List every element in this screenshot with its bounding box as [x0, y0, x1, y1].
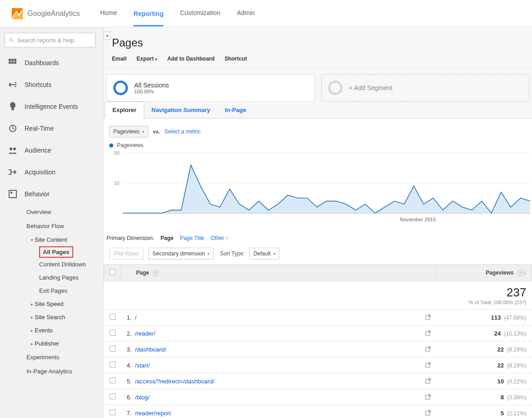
svg-rect-3: [9, 59, 11, 61]
th-checkbox[interactable]: [104, 265, 122, 281]
behavior-experiments[interactable]: Experiments: [26, 350, 99, 364]
segment-title: All Sessions: [134, 82, 169, 89]
audience-icon: [8, 145, 17, 155]
open-external-icon[interactable]: [425, 330, 431, 336]
sidebar-item-dashboards[interactable]: Dashboards: [5, 52, 99, 74]
behavior-publisher[interactable]: ▸Publisher: [31, 337, 99, 350]
table-row[interactable]: 1. /113 (47.68%): [104, 310, 532, 326]
row-checkbox[interactable]: [110, 362, 116, 367]
table-row[interactable]: 5. /access/?redirect=/dashboard/10 (4.22…: [104, 373, 532, 389]
nav-reporting[interactable]: Reporting: [133, 7, 163, 26]
behavior-icon: [8, 189, 17, 199]
page-path-link[interactable]: /access/?redirect=/dashboard/: [135, 378, 215, 385]
th-page[interactable]: Page ?: [122, 265, 436, 281]
open-external-icon[interactable]: [425, 346, 431, 352]
sort-type-select[interactable]: Default▾: [249, 248, 279, 260]
sc-exit[interactable]: Exit Pages: [39, 284, 99, 297]
table-row[interactable]: 7. /reader/report5 (2.11%): [104, 405, 532, 418]
logo[interactable]: Google Analytics: [0, 7, 100, 20]
action-add-dashboard[interactable]: Add to Dashboard: [167, 56, 214, 62]
row-checkbox[interactable]: [110, 393, 116, 399]
behavior-events[interactable]: ▸Events: [31, 324, 99, 337]
plot-rows-button[interactable]: Plot Rows: [109, 248, 144, 260]
open-external-icon[interactable]: [425, 362, 431, 368]
sidebar-item-intelligence[interactable]: Intelligence Events: [5, 96, 99, 117]
table-row[interactable]: 4. /start/22 (9.28%): [104, 357, 532, 373]
action-export[interactable]: Export ▾: [137, 56, 157, 62]
dimension-other[interactable]: Other▾: [211, 235, 228, 241]
sc-landing[interactable]: Landing Pages: [39, 271, 99, 284]
sidebar-item-label: Intelligence Events: [25, 103, 78, 110]
sc-drilldown[interactable]: Content Drilldown: [39, 258, 99, 271]
table-row[interactable]: 3. /dashboard/22 (9.28%): [104, 342, 532, 357]
svg-point-18: [13, 148, 16, 150]
help-icon[interactable]: ?: [152, 270, 159, 276]
sidebar-item-label: Behavior: [25, 190, 50, 198]
page-title: Pages: [112, 36, 524, 49]
row-pageviews: 10: [497, 378, 504, 385]
nav-customization[interactable]: Customization: [180, 9, 220, 18]
tab-explorer[interactable]: Explorer: [105, 102, 144, 118]
behavior-site-speed[interactable]: ▸Site Speed: [31, 297, 99, 311]
collapse-sidebar-button[interactable]: ◂: [103, 31, 111, 40]
search-input[interactable]: [17, 37, 91, 44]
open-external-icon[interactable]: [425, 394, 431, 400]
nav-admin[interactable]: Admin: [237, 9, 255, 18]
secondary-dimension[interactable]: Secondary dimension▾: [148, 248, 213, 260]
behavior-inpage[interactable]: In-Page Analytics: [26, 364, 99, 378]
page-path-link[interactable]: /reader/: [135, 330, 156, 337]
segment-all-sessions[interactable]: All Sessions 100.00%: [106, 74, 315, 102]
row-rank: 4.: [127, 362, 132, 369]
row-checkbox[interactable]: [110, 409, 116, 415]
behavior-site-search[interactable]: ▸Site Search: [31, 311, 99, 324]
tab-nav-summary[interactable]: Navigation Summary: [144, 102, 218, 118]
sidebar-item-behavior[interactable]: Behavior: [0, 183, 99, 205]
tab-in-page[interactable]: In-Page: [218, 102, 253, 118]
row-rank: 2.: [127, 330, 132, 337]
svg-rect-20: [9, 190, 16, 198]
open-external-icon[interactable]: [425, 378, 431, 384]
table-row[interactable]: 6. /blog/8 (3.38%): [104, 389, 532, 405]
row-rank: 3.: [127, 346, 132, 353]
page-path-link[interactable]: /: [135, 314, 137, 321]
search-box[interactable]: [5, 33, 96, 47]
dimension-page[interactable]: Page: [161, 235, 174, 241]
svg-line-37: [428, 378, 431, 381]
row-pageviews: 5: [501, 410, 504, 417]
th-pageviews[interactable]: Pageviews ? ↓: [436, 265, 532, 281]
action-email[interactable]: Email: [112, 56, 127, 62]
sidebar-item-acquisition[interactable]: Acquisition: [5, 161, 99, 183]
segment-add[interactable]: + Add Segment: [321, 74, 530, 102]
row-checkbox[interactable]: [110, 377, 116, 383]
select-metric-link[interactable]: Select a metric: [164, 128, 200, 135]
page-path-link[interactable]: /start/: [135, 362, 150, 369]
row-rank: 6.: [127, 394, 132, 401]
action-shortcut[interactable]: Shortcut: [224, 56, 247, 62]
table-row[interactable]: 2. /reader/24 (10.13%): [104, 326, 532, 342]
sidebar-item-realtime[interactable]: Real-Time: [5, 117, 99, 139]
behavior-overview[interactable]: Overview: [26, 205, 99, 219]
sidebar-item-shortcuts[interactable]: Shortcuts: [5, 74, 99, 96]
behavior-flow[interactable]: Behavior Flow: [26, 219, 99, 233]
behavior-site-content[interactable]: ▾Site Content: [31, 233, 99, 246]
nav-home[interactable]: Home: [100, 9, 117, 18]
row-pct: (4.22%): [507, 378, 526, 385]
row-pct: (3.38%): [507, 394, 526, 401]
help-icon[interactable]: ?: [517, 270, 523, 276]
row-checkbox[interactable]: [110, 346, 116, 352]
page-path-link[interactable]: /dashboard/: [135, 346, 167, 353]
svg-rect-6: [9, 61, 11, 64]
sc-all-pages[interactable]: All Pages: [39, 246, 73, 258]
page-path-link[interactable]: /blog/: [135, 394, 150, 401]
metric-selector[interactable]: Pageviews▾: [109, 126, 148, 138]
dashboards-icon: [8, 58, 17, 68]
dimension-page-title[interactable]: Page Title: [180, 235, 204, 241]
open-external-icon[interactable]: [425, 314, 431, 320]
row-checkbox[interactable]: [110, 314, 116, 320]
row-pageviews: 113: [491, 314, 501, 321]
open-external-icon[interactable]: [425, 410, 431, 416]
sidebar-item-audience[interactable]: Audience: [5, 139, 99, 161]
row-checkbox[interactable]: [110, 330, 116, 336]
page-path-link[interactable]: /reader/report: [135, 410, 171, 417]
segment-add-label: + Add Segment: [349, 84, 393, 92]
